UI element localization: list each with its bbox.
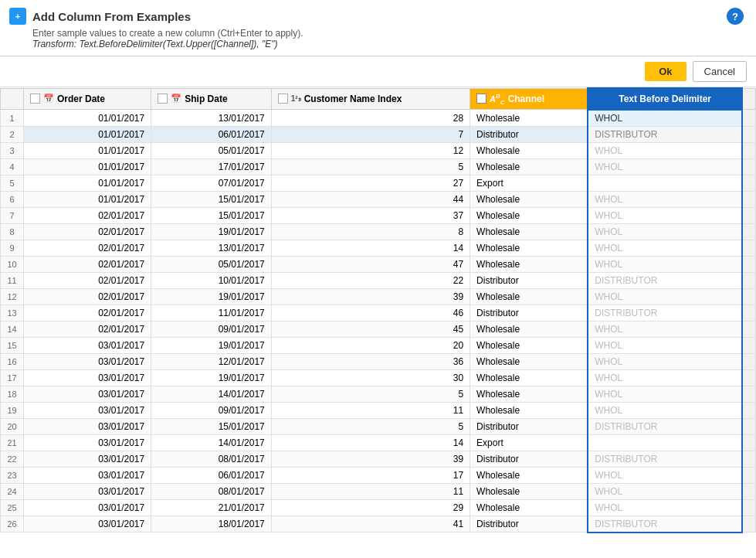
- channel-cell: Wholesale: [470, 337, 588, 353]
- ship-date-cell: 06/01/2017: [151, 126, 272, 142]
- row-number-cell: 26: [1, 515, 24, 532]
- order-date-cell: 03/01/2017: [24, 467, 151, 483]
- scrollbar-spacer: [742, 191, 756, 207]
- cni-cell: 27: [271, 175, 470, 191]
- table-row: 301/01/201705/01/201712WholesaleWHOL: [1, 142, 756, 158]
- cni-cell: 41: [271, 515, 470, 532]
- channel-cell: Export: [470, 434, 588, 451]
- channel-cell: Distributor: [470, 418, 588, 434]
- table-body: 101/01/201713/01/201728WholesaleWHOL201/…: [1, 110, 756, 532]
- scrollbar-spacer: [742, 207, 756, 223]
- row-number-cell: 6: [1, 191, 24, 207]
- channel-label: Channel: [508, 94, 544, 104]
- cni-header[interactable]: 1²₃ Customer Name Index: [271, 88, 470, 110]
- cni-cell: 30: [271, 369, 470, 386]
- ship-date-cell: 06/01/2017: [151, 467, 272, 483]
- table-row: 1603/01/201712/01/201736WholesaleWHOL: [1, 353, 756, 369]
- table-row: 1803/01/201714/01/20175WholesaleWHOL: [1, 386, 756, 402]
- order-date-header[interactable]: 📅 Order Date: [24, 88, 151, 110]
- ok-button[interactable]: Ok: [645, 62, 686, 81]
- table-row: 1102/01/201710/01/201722DistributorDISTR…: [1, 272, 756, 288]
- tbd-label: Text Before Delimiter: [619, 94, 711, 104]
- cni-cell: 5: [271, 418, 470, 434]
- ship-date-cell: 11/01/2017: [151, 305, 272, 321]
- order-date-cell: 03/01/2017: [24, 515, 151, 532]
- tbd-cell: [588, 434, 742, 451]
- ship-date-checkbox[interactable]: [158, 94, 168, 104]
- cni-cell: 44: [271, 191, 470, 207]
- ship-date-header[interactable]: 📅 Ship Date: [151, 88, 272, 110]
- table-row: 401/01/201717/01/20175WholesaleWHOL: [1, 158, 756, 175]
- scrollbar-spacer: [742, 451, 756, 467]
- column-header-row: 📅 Order Date 📅 Ship Date 1²₃ Cus: [1, 88, 756, 110]
- ship-date-cell: 13/01/2017: [151, 240, 272, 256]
- channel-icon: ABC: [490, 93, 505, 106]
- row-number-cell: 23: [1, 467, 24, 483]
- cni-cell: 46: [271, 305, 470, 321]
- scrollbar-spacer: [742, 175, 756, 191]
- scrollbar-header: [742, 88, 756, 110]
- cni-cell: 28: [271, 110, 470, 127]
- order-date-cell: 03/01/2017: [24, 451, 151, 467]
- order-date-checkbox[interactable]: [30, 94, 40, 104]
- cni-checkbox[interactable]: [278, 94, 288, 104]
- ship-date-cell: 19/01/2017: [151, 337, 272, 353]
- ship-date-cell: 19/01/2017: [151, 369, 272, 386]
- row-number-cell: 25: [1, 499, 24, 515]
- table-row: 501/01/201707/01/201727Export: [1, 175, 756, 191]
- scrollbar-spacer: [742, 499, 756, 515]
- cni-cell: 7: [271, 126, 470, 142]
- ship-date-cell: 08/01/2017: [151, 451, 272, 467]
- cni-cell: 14: [271, 240, 470, 256]
- channel-cell: Wholesale: [470, 467, 588, 483]
- channel-cell: Wholesale: [470, 142, 588, 158]
- channel-cell: Distributor: [470, 515, 588, 532]
- table-row: 1002/01/201705/01/201747WholesaleWHOL: [1, 256, 756, 272]
- table-row: 101/01/201713/01/201728WholesaleWHOL: [1, 110, 756, 127]
- order-date-cell: 02/01/2017: [24, 207, 151, 223]
- channel-cell: Wholesale: [470, 386, 588, 402]
- ship-date-cell: 05/01/2017: [151, 256, 272, 272]
- scrollbar-spacer: [742, 321, 756, 337]
- ship-date-cell: 15/01/2017: [151, 207, 272, 223]
- channel-cell: Wholesale: [470, 353, 588, 369]
- scrollbar-spacer: [742, 110, 756, 127]
- channel-cell: Wholesale: [470, 158, 588, 175]
- scrollbar-spacer: [742, 386, 756, 402]
- row-number-cell: 5: [1, 175, 24, 191]
- cni-cell: 22: [271, 272, 470, 288]
- help-button[interactable]: ?: [727, 8, 744, 25]
- tbd-cell: WHOL: [588, 158, 742, 175]
- ship-date-label: Ship Date: [185, 94, 227, 104]
- tbd-cell: WHOL: [588, 483, 742, 499]
- tbd-cell: [588, 175, 742, 191]
- tbd-cell: WHOL: [588, 369, 742, 386]
- order-date-label: Order Date: [57, 94, 105, 104]
- order-date-cell: 03/01/2017: [24, 369, 151, 386]
- table-row: 2503/01/201721/01/201729WholesaleWHOL: [1, 499, 756, 515]
- row-number-cell: 12: [1, 288, 24, 305]
- tbd-cell: WHOL: [588, 402, 742, 418]
- ship-date-cell: 18/01/2017: [151, 515, 272, 532]
- channel-cell: Wholesale: [470, 223, 588, 240]
- scrollbar-spacer: [742, 467, 756, 483]
- row-number-cell: 15: [1, 337, 24, 353]
- channel-checkbox[interactable]: [476, 94, 486, 104]
- text-before-delimiter-header[interactable]: Text Before Delimiter: [588, 88, 742, 110]
- channel-cell: Distributor: [470, 305, 588, 321]
- channel-cell: Wholesale: [470, 369, 588, 386]
- data-table-container[interactable]: 📅 Order Date 📅 Ship Date 1²₃ Cus: [0, 87, 756, 558]
- order-date-cell: 02/01/2017: [24, 272, 151, 288]
- order-date-cell: 03/01/2017: [24, 499, 151, 515]
- row-number-cell: 9: [1, 240, 24, 256]
- cancel-button[interactable]: Cancel: [693, 61, 747, 82]
- channel-cell: Wholesale: [470, 191, 588, 207]
- tbd-cell: DISTRIBUTOR: [588, 451, 742, 467]
- scrollbar-spacer: [742, 483, 756, 499]
- tbd-cell: DISTRIBUTOR: [588, 305, 742, 321]
- cni-cell: 39: [271, 451, 470, 467]
- scrollbar-spacer: [742, 272, 756, 288]
- channel-header[interactable]: ABC Channel: [470, 88, 588, 110]
- tbd-cell: DISTRIBUTOR: [588, 126, 742, 142]
- table-row: 1503/01/201719/01/201720WholesaleWHOL: [1, 337, 756, 353]
